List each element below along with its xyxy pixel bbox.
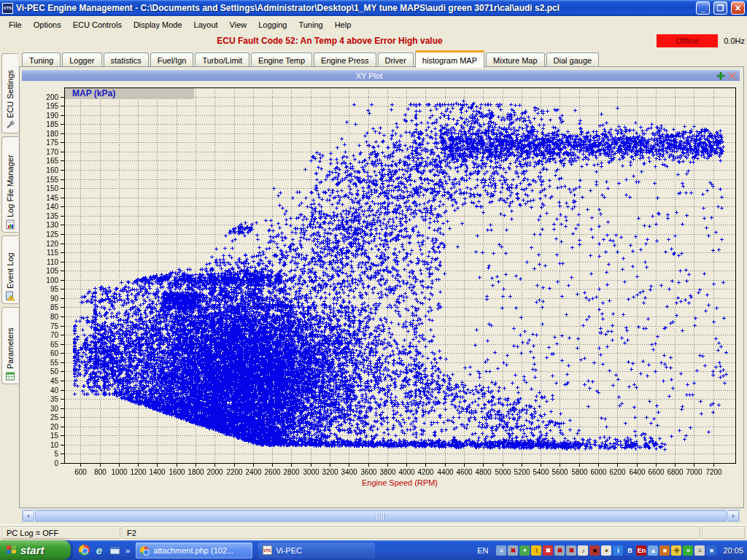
windows-flag-icon [7, 545, 17, 556]
taskbar: start e» attachment.php (102...VTSVi-PEC… [0, 540, 747, 560]
task-label: Vi-PEC [276, 546, 302, 555]
ecu-fault-message: ECU Fault Code 52: An Temp 4 above Error… [0, 36, 659, 46]
task-label: attachment.php (102... [153, 546, 233, 555]
tab-turbo-limit[interactable]: Turbo/Limit [195, 52, 249, 67]
tray-icons: ≡✖+!✖✖✖♪■●iBEn▲■✚≈≡■ [496, 545, 716, 556]
scrollbar-thumb[interactable] [35, 510, 727, 521]
tab-tuning[interactable]: Tuning [22, 52, 61, 67]
tab-dial-gauge[interactable]: Dial gauge [546, 52, 600, 67]
menu-item-view[interactable]: View [224, 18, 253, 31]
sidebar-item-event-log[interactable]: Event Log [1, 236, 18, 304]
event-log-icon [5, 291, 15, 301]
menu-item-display-mode[interactable]: Display Mode [128, 18, 188, 31]
sidebar-item-log-file-manager[interactable]: Log File Manager [1, 136, 18, 233]
display-icon[interactable]: ■ [706, 545, 716, 556]
comms-rate: 0.0Hz [724, 36, 745, 45]
taskbar-task-vi-pec[interactable]: VTSVi-PEC [258, 542, 375, 559]
plot-close-icon[interactable] [728, 71, 737, 80]
minimize-icon: _ [700, 4, 705, 12]
language-en-icon[interactable]: En [636, 545, 646, 556]
xyplot-window: MAP (kPa) Engine Speed (RPM) [22, 81, 740, 504]
xyplot-title: XY Plot [22, 71, 716, 80]
menu-item-layout[interactable]: Layout [188, 18, 224, 31]
info-icon[interactable]: i [613, 545, 623, 556]
quicklaunch-files-icon[interactable] [109, 545, 120, 556]
keyboard-icon[interactable]: ≡ [694, 545, 705, 556]
shield-error-icon[interactable]: ✖ [543, 545, 553, 556]
scroll-right-arrow[interactable]: › [727, 510, 739, 521]
battery-icon[interactable]: ■ [589, 545, 600, 556]
minimize-button[interactable]: _ [696, 1, 710, 15]
pointer-icon[interactable]: ▲ [648, 545, 658, 556]
wifi-icon[interactable]: ≈ [683, 545, 693, 556]
scrollbar-grip [376, 513, 386, 520]
window-title: Vi-PEC Engine Management - C:\Documents … [16, 3, 692, 13]
sidebar-item-label: ECU Settings [6, 58, 15, 118]
shield-warning-icon[interactable]: ! [531, 545, 541, 556]
connector-icon[interactable]: + [519, 545, 530, 556]
desktop: VTS Vi-PEC Engine Management - C:\Docume… [0, 0, 747, 560]
tab-fuel-ign[interactable]: Fuel/Ign [150, 52, 194, 67]
plot-add-icon[interactable] [716, 71, 725, 80]
network-error3-icon[interactable]: ✖ [566, 545, 576, 556]
series-label: MAP (kPa) [72, 88, 115, 99]
start-label: start [20, 544, 44, 556]
scroll-left-arrow[interactable]: ‹ [23, 510, 34, 521]
language-indicator[interactable]: EN [477, 546, 488, 555]
tab-histogram-map[interactable]: histogram MAP [415, 50, 484, 68]
hotkey-status: F2 [123, 526, 700, 539]
start-button[interactable]: start [0, 540, 71, 560]
page-tab-strip: TuningLoggerstatisticsFuel/IgnTurbo/Limi… [19, 50, 747, 67]
menu-item-ecu-controls[interactable]: ECU Controls [67, 18, 128, 31]
network-signal-icon[interactable]: ≡ [496, 545, 506, 556]
horizontal-scrollbar[interactable]: ‹ › [22, 510, 740, 522]
menu-item-logging[interactable]: Logging [252, 18, 293, 31]
folder-icon[interactable]: ■ [659, 545, 670, 556]
tab-engine-temp[interactable]: Engine Temp [251, 52, 312, 67]
tab-engine-press[interactable]: Engine Press [314, 52, 376, 67]
timer-icon[interactable]: ● [601, 545, 611, 556]
tools-icon[interactable]: ✚ [671, 545, 681, 556]
sidebar-item-parameters[interactable]: Parameters [1, 307, 18, 384]
menu-item-help[interactable]: Help [329, 18, 357, 31]
vipec-icon: VTS [262, 545, 272, 556]
menu-item-options[interactable]: Options [28, 18, 67, 31]
close-button[interactable]: ✕ [731, 1, 745, 15]
menu-bar: FileOptionsECU ControlsDisplay ModeLayou… [0, 16, 747, 33]
tab-driver[interactable]: Driver [378, 52, 414, 67]
sidebar-item-label: Event Log [6, 240, 15, 289]
system-tray: EN ≡✖+!✖✖✖♪■●iBEn▲■✚≈≡■ 20:05 [477, 545, 747, 556]
quick-launch: e» [78, 545, 130, 556]
menu-item-file[interactable]: File [3, 18, 28, 31]
network-error-icon[interactable]: ✖ [508, 545, 518, 556]
menu-item-tuning[interactable]: Tuning [293, 18, 328, 31]
window-titlebar[interactable]: VTS Vi-PEC Engine Management - C:\Docume… [0, 0, 747, 16]
chrome-icon [139, 545, 150, 556]
quicklaunch-ie-icon[interactable]: e [93, 545, 105, 556]
restore-button[interactable]: ❐ [713, 1, 727, 15]
close-icon: ✕ [735, 4, 741, 12]
app-icon: VTS [2, 3, 13, 14]
tab-statistics[interactable]: statistics [104, 52, 149, 67]
tab-logger[interactable]: Logger [62, 52, 101, 67]
pc-log-status: PC Log = OFF [2, 526, 120, 539]
clock[interactable]: 20:05 [723, 546, 743, 555]
quicklaunch-chrome-icon[interactable] [78, 545, 90, 556]
network-error2-icon[interactable]: ✖ [554, 545, 565, 556]
xyplot-titlebar[interactable]: XY Plot [22, 70, 740, 81]
parameters-icon [5, 371, 15, 381]
xy-scatter-canvas[interactable] [22, 81, 740, 502]
x-axis-label: Engine Speed (RPM) [64, 478, 735, 487]
sidebar-item-ecu-settings[interactable]: ECU Settings [1, 53, 18, 133]
status-bar: PC Log = OFF F2 [0, 524, 747, 540]
tab-mixture-map[interactable]: Mixture Map [486, 52, 545, 67]
taskbar-task-attachment-php-102[interactable]: attachment.php (102... [136, 542, 252, 559]
status-spacer [703, 526, 745, 539]
side-tab-bar: ECU SettingsLog File ManagerEvent LogPar… [0, 50, 19, 524]
sidebar-item-label: Parameters [6, 311, 15, 369]
restore-icon: ❐ [717, 4, 724, 12]
volume-icon[interactable]: ♪ [578, 545, 588, 556]
offline-status-badge[interactable]: Offline [657, 34, 718, 47]
alert-bar: ECU Fault Code 52: An Temp 4 above Error… [0, 33, 747, 50]
bluetooth-icon[interactable]: B [624, 545, 635, 556]
